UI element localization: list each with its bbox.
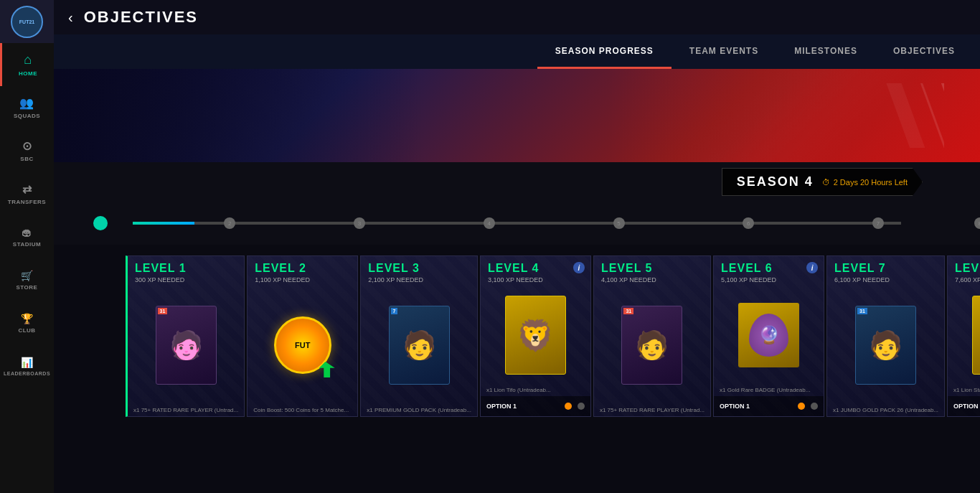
- level-8-xp: 7,600 XP NEEDED: [955, 276, 980, 283]
- level-4-info-icon[interactable]: i: [573, 262, 585, 273]
- tab-season-progress[interactable]: SEASON PROGRESS: [537, 34, 672, 69]
- level-card-5[interactable]: LEVEL 5 4,100 XP NEEDED 🧑 31 x1 75+ RATE…: [593, 255, 711, 417]
- level-4-title: LEVEL 4: [488, 262, 583, 275]
- level-card-6[interactable]: LEVEL 6 5,100 XP NEEDED i 🔮 x1 Gold Rare…: [713, 255, 824, 417]
- squads-icon: 👥: [19, 96, 34, 110]
- stadium-icon: 🏟: [22, 227, 32, 238]
- level-7-desc: x1 JUMBO GOLD PACK 26 (Untradeab...: [827, 404, 944, 416]
- level-4-dot-orange[interactable]: [565, 403, 572, 410]
- level-4-dot-gray[interactable]: [578, 403, 585, 410]
- level-2-coin-boost: FUT: [274, 316, 331, 374]
- season-bar: SEASON 4 ⏱ 2 Days 20 Hours Left: [54, 162, 980, 202]
- sidebar-item-sbc[interactable]: ⊙ SBC: [0, 129, 54, 172]
- level-1-title: LEVEL 1: [135, 262, 237, 275]
- timer-text: 2 Days 20 Hours Left: [834, 178, 908, 187]
- level-1-player-icon: 🧑: [169, 329, 203, 361]
- sidebar-item-store[interactable]: 🛒 STORE: [0, 258, 54, 301]
- level-2-header: LEVEL 2 1,100 XP NEEDED: [248, 256, 357, 286]
- level-7-header: LEVEL 7 6,100 XP NEEDED: [827, 256, 944, 286]
- level-2-reward: FUT: [248, 286, 357, 404]
- season-timer: ⏱ 2 Days 20 Hours Left: [822, 178, 908, 187]
- level-7-reward-card: 🧑 31: [855, 306, 916, 385]
- level-8-option-bar: OPTION 1: [948, 396, 980, 416]
- level-1-reward-card: 🧑 31: [156, 306, 217, 385]
- level-card-1[interactable]: LEVEL 1 300 XP NEEDED 🧑 31 x1 75+ RATED …: [126, 255, 245, 417]
- sidebar-item-squads[interactable]: 👥 SQUADS: [0, 86, 54, 129]
- level-6-badge-card: 🔮: [738, 303, 799, 367]
- level-6-xp: 5,100 XP NEEDED: [721, 276, 816, 283]
- season-badge: SEASON 4 ⏱ 2 Days 20 Hours Left: [722, 168, 923, 196]
- sidebar-item-transfers[interactable]: ⇄ TRANSFERS: [0, 172, 54, 215]
- level-1-xp: 300 XP NEEDED: [135, 276, 237, 283]
- timer-icon: ⏱: [822, 178, 830, 187]
- progress-track: [133, 222, 901, 225]
- level-card-7[interactable]: LEVEL 7 6,100 XP NEEDED 🧑 31 x1 JUMBO GO…: [826, 255, 945, 417]
- sidebar-item-home[interactable]: ⌂ HOME: [0, 43, 54, 86]
- level-5-title: LEVEL 5: [601, 262, 703, 275]
- level-7-player-icon: 🧑: [869, 329, 903, 361]
- level-3-header: LEVEL 3 2,100 XP NEEDED: [361, 256, 477, 286]
- level-5-reward: 🧑 31: [594, 286, 710, 404]
- sidebar-item-club[interactable]: 🏆 CLUB: [0, 301, 54, 344]
- club-icon: 🏆: [21, 313, 34, 324]
- level-3-player-icon: 🧑: [402, 329, 436, 361]
- tab-milestones[interactable]: MILESTONES: [776, 34, 875, 69]
- dot-label-5: 5: [617, 220, 620, 227]
- level-card-8[interactable]: LEVEL 8 7,600 XP NEEDED i 🦁 x1 Lion Stad…: [947, 255, 980, 417]
- level-6-reward: 🔮: [714, 286, 824, 384]
- fut-text: FUT: [295, 341, 310, 349]
- dot-label-6: 6: [747, 220, 750, 227]
- level-4-option-label: OPTION 1: [486, 403, 559, 410]
- level-8-stadium-card: 🦁: [972, 296, 980, 375]
- sidebar-item-transfers-label: TRANSFERS: [8, 199, 46, 205]
- level-card-4[interactable]: LEVEL 4 3,100 XP NEEDED i 🦁 x1 Lion Tifo…: [480, 255, 591, 417]
- sidebar: FUT21 ⌂ HOME 👥 SQUADS ⊙ SBC ⇄ TRANSFERS …: [0, 0, 54, 493]
- level-6-egg-icon: 🔮: [749, 314, 788, 357]
- sidebar-item-leaderboards[interactable]: 📊 LEADERBOARDS: [0, 344, 54, 388]
- level-6-desc: x1 Gold Rare BADGE (Untradeab...: [714, 384, 824, 396]
- sidebar-item-leaderboards-label: LEADERBOARDS: [4, 371, 50, 376]
- progress-dot-3: 3: [354, 217, 365, 229]
- main-content: ‹ OBJECTIVES SEASON PROGRESS TEAM EVENTS…: [54, 0, 980, 493]
- level-2-title: LEVEL 2: [255, 262, 350, 275]
- level-5-desc: x1 75+ RATED RARE PLAYER (Untrad...: [594, 404, 710, 416]
- level-4-xp: 3,100 XP NEEDED: [488, 276, 583, 283]
- level-4-tifo-card: 🦁: [505, 296, 566, 375]
- dot-label-7: 7: [877, 220, 880, 227]
- progress-dot-5: 5: [613, 217, 625, 229]
- sidebar-item-stadium[interactable]: 🏟 STADIUM: [0, 215, 54, 258]
- back-button[interactable]: ‹: [68, 9, 73, 26]
- top-header: ‹ OBJECTIVES: [54, 0, 980, 34]
- level-3-desc: x1 PREMIUM GOLD PACK (Untradeab...: [361, 404, 477, 416]
- level-6-dot-gray[interactable]: [811, 403, 818, 410]
- level-6-info-icon[interactable]: i: [806, 262, 818, 273]
- tab-objectives[interactable]: OBJECTIVES: [875, 34, 973, 69]
- level-card-2[interactable]: LEVEL 2 1,100 XP NEEDED FUT Coin Boost: …: [247, 255, 358, 417]
- level-2-xp: 1,100 XP NEEDED: [255, 276, 350, 283]
- level-1-desc: x1 75+ RATED RARE PLAYER (Untrad...: [128, 404, 244, 416]
- progress-dot-6: 6: [743, 217, 754, 229]
- nav-tabs: SEASON PROGRESS TEAM EVENTS MILESTONES O…: [54, 34, 980, 69]
- progress-dot-8: 8: [974, 217, 980, 229]
- progress-dot-1: [93, 216, 108, 230]
- level-8-header: LEVEL 8 7,600 XP NEEDED i: [948, 256, 980, 286]
- store-icon: 🛒: [21, 270, 34, 281]
- banner-image: [54, 69, 980, 162]
- level-2-desc: Coin Boost: 500 Coins for 5 Matche...: [248, 404, 357, 416]
- level-3-title: LEVEL 3: [368, 262, 470, 275]
- dot-label-3: 3: [358, 220, 361, 227]
- progress-fill: [133, 222, 194, 225]
- level-7-xp: 6,100 XP NEEDED: [834, 276, 937, 283]
- progress-dot-7: 7: [872, 217, 884, 229]
- level-7-number-badge: 31: [857, 308, 867, 314]
- level-6-dot-orange[interactable]: [798, 403, 805, 410]
- level-1-reward: 🧑 31: [128, 286, 244, 404]
- level-5-reward-card: 🧑 31: [621, 306, 682, 385]
- level-3-number-badge: 7: [391, 308, 398, 314]
- level-5-player-icon: 🧑: [635, 329, 669, 361]
- level-7-reward: 🧑 31: [827, 286, 944, 404]
- level-3-reward: 🧑 7: [361, 286, 477, 404]
- level-card-3[interactable]: LEVEL 3 2,100 XP NEEDED 🧑 7 x1 PREMIUM G…: [360, 255, 478, 417]
- sidebar-item-squads-label: SQUADS: [14, 113, 40, 119]
- tab-team-events[interactable]: TEAM EVENTS: [672, 34, 776, 69]
